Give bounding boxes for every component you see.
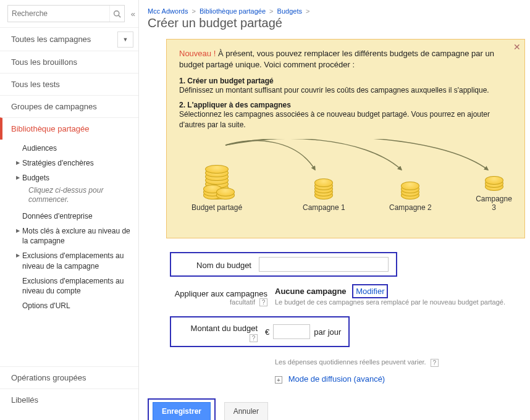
promo-step1-title: 1. Créer un budget partagé (179, 77, 512, 85)
promo-step1-desc: Définissez un montant suffisant pour cou… (179, 85, 512, 96)
sub-neg-keywords-campaign[interactable]: ▶Mots clés à exclure au niveau de la cam… (16, 224, 138, 248)
all-campaigns-dropdown[interactable]: ▼ (117, 32, 133, 48)
sidebar-item-shared-library[interactable]: Bibliothèque partagée (0, 117, 138, 140)
budget-amount-input[interactable] (273, 324, 310, 339)
currency-symbol: € (265, 327, 269, 337)
crumb-budgets[interactable]: Budgets (277, 7, 302, 15)
arrows-icon (222, 139, 519, 176)
caret-right-icon: ▶ (16, 175, 22, 182)
sub-budgets-hint: Cliquez ci-dessus pour commencer. (16, 186, 138, 209)
spend-note: Les dépenses quotidiennes réelles peuven… (275, 358, 439, 366)
help-icon[interactable]: ? (259, 298, 267, 306)
expand-icon[interactable]: + (275, 376, 282, 384)
delivery-method-link[interactable]: Mode de diffusion (avancé) (288, 374, 385, 384)
page-title: Créer un budget partagé (148, 16, 530, 30)
search-box[interactable] (7, 5, 125, 22)
caret-right-icon: ▶ (16, 160, 22, 167)
help-icon[interactable]: ? (250, 334, 258, 342)
all-campaigns-link[interactable]: Toutes les campagnes (11, 35, 117, 44)
sidebar-item-campaign-groups[interactable]: Groupes de campagnes (0, 95, 138, 117)
sub-budgets[interactable]: ▶Budgets (16, 170, 138, 185)
per-day-text: par jour (314, 327, 341, 337)
sub-audiences[interactable]: Audiences (16, 141, 138, 156)
caret-right-icon: ▶ (16, 228, 22, 235)
crumb-shared-lib[interactable]: Bibliothèque partagée (200, 7, 266, 15)
help-icon[interactable]: ? (431, 359, 439, 367)
sidebar-item-tests[interactable]: Tous les tests (0, 73, 138, 95)
svg-line-1 (119, 15, 120, 17)
budget-amount-label: Montant du budget ? (179, 321, 265, 342)
apply-hint: Le budget de ces campagnes sera remplacé… (275, 298, 530, 306)
promo-step2-title: 2. L'appliquer à des campagnes (179, 101, 512, 109)
sub-placement-excl-account[interactable]: Exclusions d'emplacements au niveau du c… (16, 274, 138, 298)
promo-step2-desc: Sélectionnez les campagnes associées à c… (179, 109, 512, 130)
breadcrumb: Mcc Adwords > Bibliothèque partagée > Bu… (148, 7, 530, 15)
sidebar: « Toutes les campagnes ▼ Tous les brouil… (0, 0, 139, 420)
promo-illustration: Budget partagé Campagne 1 Campagne 2 Cam… (179, 139, 512, 225)
sidebar-item-labels[interactable]: Libellés (0, 388, 138, 411)
sub-business-data[interactable]: Données d'entreprise (16, 209, 138, 224)
apply-campaigns-label: Appliquer aux campagnes facultatif ? (170, 287, 275, 307)
promo-box: ✕ Nouveau ! À présent, vous pouvez rempl… (166, 39, 525, 238)
coins-shared-icon: Budget partagé (191, 153, 242, 212)
search-input[interactable] (8, 7, 109, 20)
budget-name-label: Nom du budget (179, 258, 259, 270)
main-content: Mcc Adwords > Bibliothèque partagée > Bu… (139, 0, 530, 420)
svg-point-0 (114, 10, 119, 15)
sidebar-item-bulk-ops[interactable]: Opérations groupées (0, 366, 138, 388)
save-button[interactable]: Enregistrer (153, 402, 211, 420)
sub-bid-strategies[interactable]: ▶Stratégies d'enchères (16, 156, 138, 170)
promo-new-tag: Nouveau ! (179, 49, 216, 58)
sidebar-item-drafts[interactable]: Tous les brouillons (0, 51, 138, 73)
close-icon[interactable]: ✕ (513, 42, 521, 52)
coins-c3-icon: Campagne 3 (476, 155, 512, 212)
caret-right-icon: ▶ (16, 253, 22, 259)
budget-form: Nom du budget Appliquer aux campagnes fa… (170, 252, 530, 384)
budget-name-input[interactable] (259, 257, 389, 272)
shared-library-submenu: Audiences ▶Stratégies d'enchères ▶Budget… (0, 140, 138, 317)
sub-placement-excl-campaign[interactable]: ▶Exclusions d'emplacements au niveau de … (16, 248, 138, 273)
search-icon[interactable] (109, 6, 124, 22)
crumb-mcc[interactable]: Mcc Adwords (148, 7, 188, 15)
promo-lead: Nouveau ! À présent, vous pouvez remplac… (179, 48, 512, 70)
no-campaign-text: Aucune campagne (275, 287, 347, 296)
sub-url-options[interactable]: Options d'URL (16, 298, 138, 313)
modify-campaigns-link[interactable]: Modifier (352, 284, 388, 298)
coins-c2-icon: Campagne 2 (389, 164, 432, 212)
cancel-button[interactable]: Annuler (224, 402, 268, 420)
collapse-sidebar-icon[interactable]: « (131, 9, 133, 19)
coins-c1-icon: Campagne 1 (303, 164, 345, 212)
